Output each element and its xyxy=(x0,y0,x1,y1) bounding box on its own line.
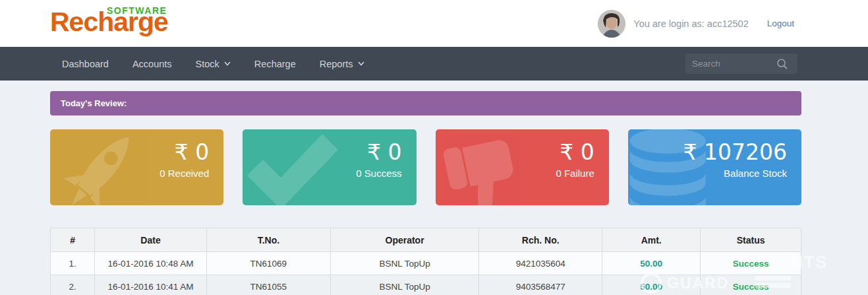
user-account-area: You are login as: acc12502 Logout xyxy=(598,0,794,47)
card-amount: ₹ 107206 xyxy=(683,140,787,165)
cell-operator: BSNL TopUp xyxy=(330,275,479,295)
chevron-down-icon xyxy=(358,61,364,66)
cell-amt: 50.00 xyxy=(602,275,701,295)
search-box xyxy=(685,53,797,74)
nav-item-label: Reports xyxy=(320,59,353,69)
login-status-text: You are login as: acc12502 xyxy=(633,18,748,29)
status-badge: Success xyxy=(701,275,801,295)
main-content: Today's Review: ₹ 0 0 Received xyxy=(50,91,801,295)
table-header-row: # Date T.No. Operator Rch. No. Amt. Stat… xyxy=(51,228,801,252)
failure-card[interactable]: ₹ 0 0 Failure xyxy=(436,129,609,205)
col-header-amt: Amt. xyxy=(602,228,701,252)
search-icon[interactable] xyxy=(776,58,788,70)
banner-text: Today's Review: xyxy=(61,98,127,108)
transactions-table: # Date T.No. Operator Rch. No. Amt. Stat… xyxy=(50,228,801,295)
search-input[interactable] xyxy=(685,59,776,69)
received-card[interactable]: ₹ 0 0 Received xyxy=(50,129,223,205)
chevron-down-icon xyxy=(224,61,231,66)
cell-rchno: 9421035604 xyxy=(479,252,602,275)
col-header-operator: Operator xyxy=(330,228,479,252)
col-header-tno: T.No. xyxy=(206,228,330,252)
avatar[interactable] xyxy=(598,10,625,38)
success-card[interactable]: ₹ 0 0 Success xyxy=(243,129,416,205)
card-amount: ₹ 0 xyxy=(356,140,401,165)
card-label: 0 Failure xyxy=(556,168,594,179)
cell-amt: 50.00 xyxy=(602,252,701,275)
card-body: ₹ 0 0 Success xyxy=(356,140,401,179)
nav-item-label: Stock xyxy=(196,59,219,69)
card-body: ₹ 0 0 Received xyxy=(159,140,209,179)
cell-operator: BSNL TopUp xyxy=(330,252,479,275)
cell-index: 1. xyxy=(51,252,95,275)
col-header-date: Date xyxy=(95,228,207,252)
brand-software-label: SOFTWARE xyxy=(107,5,167,16)
cell-date: 16-01-2016 10:41 AM xyxy=(95,275,207,295)
col-header-index: # xyxy=(51,228,95,252)
card-body: ₹ 0 0 Failure xyxy=(556,140,594,179)
balance-stock-card[interactable]: ₹ 107206 Balance Stock xyxy=(628,129,801,205)
nav-item-label: Accounts xyxy=(132,59,172,69)
transactions-table-wrap: # Date T.No. Operator Rch. No. Amt. Stat… xyxy=(50,228,801,295)
check-icon xyxy=(243,129,347,205)
nav-item-label: Recharge xyxy=(254,59,296,69)
stat-cards: ₹ 0 0 Received ₹ 0 0 Success xyxy=(50,129,801,205)
logout-link[interactable]: Logout xyxy=(767,18,794,28)
thumbs-down-icon xyxy=(436,129,540,205)
col-header-rchno: Rch. No. xyxy=(479,228,602,252)
nav-item-accounts[interactable]: Accounts xyxy=(121,47,184,81)
nav-item-recharge[interactable]: Recharge xyxy=(243,47,308,81)
brand-logo[interactable]: SOFTWARE Recharge xyxy=(50,4,168,40)
card-label: Balance Stock xyxy=(683,168,787,179)
cell-tno: TN61055 xyxy=(206,275,330,295)
table-row: 2. 16-01-2016 10:41 AM TN61055 BSNL TopU… xyxy=(51,275,801,295)
todays-review-banner: Today's Review: xyxy=(50,91,801,115)
rocket-icon xyxy=(50,129,154,205)
nav-item-stock[interactable]: Stock xyxy=(184,47,243,81)
status-badge: Success xyxy=(701,252,801,275)
nav-item-reports[interactable]: Reports xyxy=(308,47,376,81)
table-row: 1. 16-01-2016 10:48 AM TN61069 BSNL TopU… xyxy=(51,252,801,275)
top-header: SOFTWARE Recharge You are login as: acc1… xyxy=(0,0,868,47)
card-label: 0 Success xyxy=(356,168,401,179)
main-nav: Dashboard Accounts Stock Recharge Report… xyxy=(0,47,868,81)
card-amount: ₹ 0 xyxy=(556,140,594,165)
card-body: ₹ 107206 Balance Stock xyxy=(683,140,787,179)
col-header-status: Status xyxy=(701,228,801,252)
cell-rchno: 9403568477 xyxy=(479,275,602,295)
cell-tno: TN61069 xyxy=(206,252,330,275)
card-amount: ₹ 0 xyxy=(159,140,209,165)
cell-index: 2. xyxy=(51,275,95,295)
card-label: 0 Received xyxy=(159,168,209,179)
nav-item-dashboard[interactable]: Dashboard xyxy=(50,47,121,81)
nav-item-label: Dashboard xyxy=(62,59,109,69)
cell-date: 16-01-2016 10:48 AM xyxy=(95,252,207,275)
